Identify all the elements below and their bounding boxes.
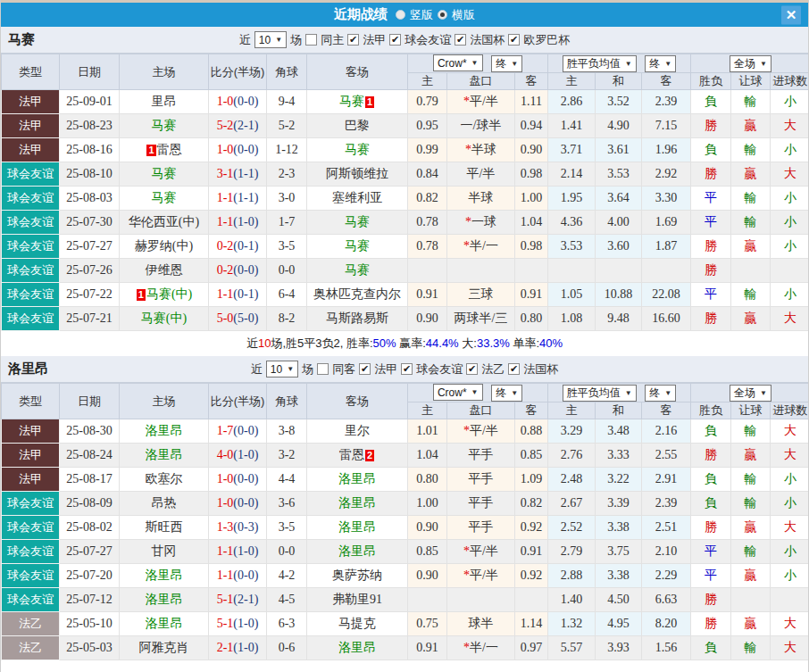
- average-time-dropdown[interactable]: 终▼: [645, 55, 676, 72]
- avg-win-cell: 3.53: [548, 235, 596, 259]
- sub-header-goals: 进球数: [771, 73, 809, 90]
- matches-label: 场: [290, 32, 302, 48]
- sub-header-avg-draw: 和: [596, 73, 642, 90]
- away-team-cell: 奥林匹克查内尔: [307, 283, 408, 307]
- score-cell: 2-1(1-0): [209, 636, 267, 660]
- summary-segment: 赢率:: [396, 336, 426, 350]
- team-label: 马赛: [345, 143, 370, 156]
- home-team-cell: 洛里昂: [120, 612, 209, 636]
- league-checkbox[interactable]: ✔: [359, 363, 371, 375]
- team-label: 洛里昂: [146, 617, 183, 630]
- asterisk-marker: *: [463, 95, 470, 108]
- away-odds-cell: 0.82: [515, 492, 548, 516]
- goals-result-cell: [771, 588, 809, 612]
- avg-win-cell: 2.52: [548, 516, 596, 540]
- horizontal-layout-radio[interactable]: [438, 10, 447, 20]
- league-checkbox-label[interactable]: 法乙: [481, 361, 505, 377]
- table-row: 球会友谊25-07-221马赛(中)1-1(0-1)6-4奥林匹克查内尔0.91…: [2, 283, 809, 307]
- league-filters: ✔法甲✔球会友谊✔法乙✔法国杯: [359, 361, 558, 377]
- sub-header-handicap: 盘口: [447, 73, 515, 90]
- away-team-cell: 奥萨苏纳: [307, 564, 408, 588]
- league-checkbox-label[interactable]: 法甲: [374, 361, 397, 377]
- corner-cell: 3-5: [267, 516, 307, 540]
- league-checkbox[interactable]: ✔: [466, 363, 478, 375]
- recent-results-window: 近期战绩 竖版 横版 ✕ 马赛 近 10▼ 场 同主 ✔法甲✔球会友谊✔法国杯✔…: [0, 0, 809, 672]
- home-odds-cell: 0.99: [408, 138, 447, 162]
- league-checkbox-label[interactable]: 法甲: [363, 32, 386, 48]
- fulltime-score: 2-1: [217, 641, 234, 654]
- match-count-dropdown[interactable]: 10▼: [266, 361, 298, 377]
- halftime-score: (5-0): [233, 311, 258, 325]
- league-checkbox-label[interactable]: 球会友谊: [416, 361, 463, 377]
- sub-header-avg-away: 客: [642, 402, 691, 419]
- average-odds-dropdown[interactable]: 胜平负均值▼: [563, 55, 637, 72]
- avg-win-cell: 1.05: [548, 283, 596, 307]
- handicap-result-cell: 輸: [731, 283, 771, 307]
- vertical-layout-radio[interactable]: [396, 10, 405, 20]
- away-odds-cell: 1.04: [515, 211, 548, 235]
- odds-time-dropdown[interactable]: 终▼: [491, 385, 522, 402]
- league-cell: 球会友谊: [2, 564, 60, 588]
- avg-win-cell: 2.67: [548, 492, 596, 516]
- home-team-cell: 马赛: [120, 162, 209, 187]
- date-cell: 25-07-21: [60, 307, 120, 331]
- asterisk-marker: *: [463, 239, 470, 253]
- league-checkbox[interactable]: ✔: [389, 34, 401, 46]
- league-checkbox[interactable]: ✔: [455, 34, 466, 46]
- odds-company-dropdown[interactable]: Crow*▼: [433, 384, 483, 401]
- vertical-layout-label[interactable]: 竖版: [410, 7, 433, 23]
- handicap-cell: 平手: [447, 516, 515, 540]
- date-cell: 25-08-09: [60, 492, 120, 516]
- same-venue-label[interactable]: 同客: [332, 361, 355, 377]
- team-label: 里昂: [152, 95, 177, 108]
- horizontal-layout-label[interactable]: 横版: [452, 7, 475, 23]
- fulltime-score: 1-1: [217, 287, 234, 301]
- sub-header-away-odds: 客: [515, 73, 548, 90]
- date-cell: 25-07-20: [60, 564, 120, 588]
- handicap-result-cell: 輸: [731, 468, 771, 492]
- league-checkbox[interactable]: ✔: [347, 34, 359, 46]
- same-venue-label[interactable]: 同主: [321, 32, 344, 48]
- same-venue-checkbox[interactable]: [305, 34, 317, 46]
- away-team-cell: 马赛: [307, 235, 408, 259]
- team-label: 昂热: [152, 496, 177, 510]
- date-cell: 25-08-16: [60, 138, 120, 162]
- halftime-score: (0-0): [233, 143, 258, 156]
- league-checkbox-label[interactable]: 法国杯: [523, 361, 558, 377]
- team-label: 雷恩: [339, 448, 364, 461]
- average-odds-dropdown[interactable]: 胜平负均值▼: [563, 385, 637, 402]
- league-checkbox-label[interactable]: 法国杯: [470, 32, 505, 48]
- table-row: 球会友谊25-07-20洛里昂1-1(0-0)4-2奥萨苏纳0.90*平/半0.…: [2, 564, 809, 588]
- team-label: 马赛: [345, 263, 370, 277]
- team-name: 马赛: [1, 31, 35, 48]
- match-count-dropdown[interactable]: 10▼: [254, 31, 287, 48]
- goals-result-cell: 小: [771, 90, 809, 114]
- score-cell: 1-1(1-0): [209, 540, 267, 564]
- result-cell: 負: [691, 90, 731, 114]
- same-venue-checkbox[interactable]: [317, 363, 329, 375]
- avg-draw-cell: 4.95: [596, 612, 642, 636]
- fulltime-score: 1-0: [217, 496, 234, 510]
- goals-result-cell: 大: [771, 307, 809, 331]
- league-checkbox[interactable]: ✔: [508, 363, 520, 375]
- scope-dropdown[interactable]: 全场▼: [730, 55, 771, 72]
- avg-lose-cell: 2.55: [642, 444, 691, 468]
- avg-draw-cell: 3.60: [596, 235, 642, 259]
- odds-time-dropdown[interactable]: 终▼: [491, 55, 522, 72]
- away-team-cell: 马提克: [307, 612, 408, 636]
- scope-dropdown[interactable]: 全场▼: [730, 385, 771, 402]
- close-button[interactable]: ✕: [781, 5, 801, 24]
- odds-company-dropdown[interactable]: Crow*▼: [433, 54, 483, 71]
- date-cell: 25-07-22: [60, 283, 120, 307]
- goals-result-cell: 小: [771, 540, 809, 564]
- average-time-dropdown[interactable]: 终▼: [645, 385, 676, 402]
- league-checkbox[interactable]: ✔: [508, 34, 520, 46]
- sub-header-result: 胜负: [691, 73, 731, 90]
- col-header-type: 类型: [2, 384, 60, 419]
- league-checkbox-label[interactable]: 欧罗巴杯: [523, 32, 570, 48]
- scope-value: 全场: [734, 386, 755, 401]
- league-checkbox-label[interactable]: 球会友谊: [404, 32, 451, 48]
- average-odds-header: 胜平负均值▼ 终▼: [548, 54, 691, 73]
- league-checkbox[interactable]: ✔: [401, 363, 413, 375]
- score-cell: 1-1(0-0): [209, 564, 267, 588]
